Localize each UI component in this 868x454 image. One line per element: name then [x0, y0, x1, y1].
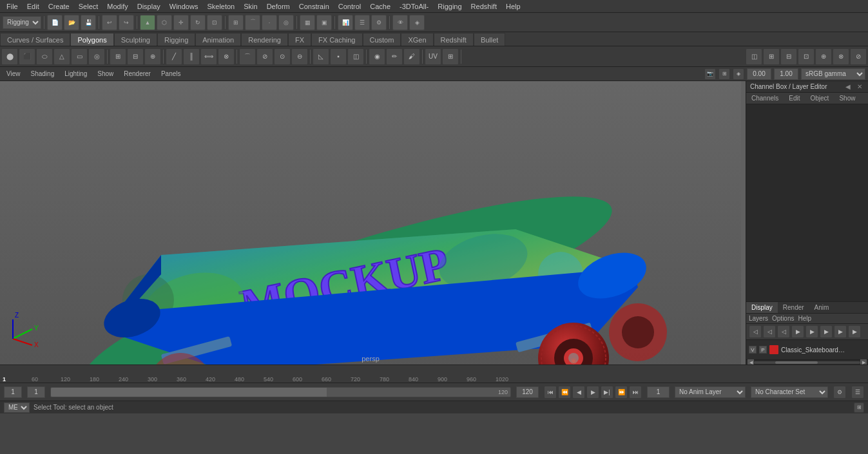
select-menu-btn[interactable]: ◫ [746, 48, 762, 65]
snap-grid-btn[interactable]: ⊞ [228, 15, 244, 30]
menu-item-display[interactable]: Display [133, 2, 164, 11]
go-end-btn[interactable]: ⏭ [629, 386, 642, 399]
le-tab-anim[interactable]: Anim [809, 302, 834, 313]
attr2-btn[interactable]: ⊗ [833, 48, 849, 65]
uvs-btn[interactable]: UV [425, 48, 441, 65]
view-menu-show[interactable]: Show [93, 70, 117, 78]
tick-120[interactable]: 120 [61, 376, 90, 383]
le-tab-render[interactable]: Render [778, 302, 809, 313]
move-sel-btn[interactable]: ⊞ [763, 48, 780, 65]
frame-end-input[interactable] [516, 386, 539, 398]
tick-1020[interactable]: 1020 [496, 376, 525, 383]
merge-btn[interactable]: ⊕ [144, 48, 161, 65]
uv-layout-btn[interactable]: ⊞ [442, 48, 459, 65]
uv2-btn[interactable]: ⊡ [798, 48, 815, 65]
snap-surface-btn[interactable]: ◎ [278, 15, 294, 30]
attr-btn[interactable]: ⚙ [371, 15, 387, 30]
tick-960[interactable]: 960 [467, 376, 496, 383]
outliner-btn[interactable]: ☰ [354, 15, 370, 30]
tick-840[interactable]: 840 [409, 376, 438, 383]
menu-item-3dtoall[interactable]: -3DToAll- [396, 2, 432, 11]
settings-btn[interactable]: ⚙ [833, 386, 846, 399]
menu-item-help[interactable]: Help [502, 2, 525, 11]
tab-rendering[interactable]: Rendering [241, 33, 288, 46]
layer-btn-8[interactable]: ▶ [848, 325, 861, 338]
ipr-btn[interactable]: ▣ [316, 15, 332, 30]
view-menu-renderer[interactable]: Renderer [120, 70, 155, 78]
poly-cone-btn[interactable]: △ [53, 48, 70, 65]
tick-600[interactable]: 600 [293, 376, 322, 383]
anim-layer-dropdown[interactable]: No Anim Layer [675, 386, 746, 398]
menu-item-create[interactable]: Create [44, 2, 73, 11]
value-field-2[interactable] [774, 68, 798, 80]
menu-item-redshift[interactable]: Redshift [467, 2, 501, 11]
camera-icon[interactable]: 📷 [704, 68, 716, 80]
split-poly-btn[interactable]: ╱ [166, 48, 182, 65]
translate-btn[interactable]: ✛ [173, 15, 189, 30]
close-panel-btn[interactable]: ✕ [855, 83, 864, 90]
tick-780[interactable]: 780 [380, 376, 409, 383]
play-btn[interactable]: ▶ [586, 386, 599, 399]
paint2-btn[interactable]: ⊕ [815, 48, 832, 65]
tick-540[interactable]: 540 [264, 376, 293, 383]
tab-redshift[interactable]: Redshift [434, 33, 474, 46]
menu-item-windows[interactable]: Windows [166, 2, 202, 11]
tick-360[interactable]: 360 [177, 376, 206, 383]
layer-scrollbar[interactable]: ◀ ▶ [746, 359, 868, 364]
new-layer-btn[interactable]: ◁ [749, 325, 762, 338]
color-space-dropdown[interactable]: sRGB gamma [801, 68, 865, 80]
command-type-dropdown[interactable]: MEL [4, 402, 30, 413]
lasso-tool-btn[interactable]: ⬡ [157, 15, 172, 30]
tab-bullet[interactable]: Bullet [474, 33, 506, 46]
render-btn[interactable]: ▦ [300, 15, 315, 30]
poly-cylinder-btn[interactable]: ⬭ [36, 48, 53, 65]
connect-btn[interactable]: ⊗ [218, 48, 235, 65]
next-key-btn[interactable]: ⏩ [615, 386, 628, 399]
tab-fx-caching[interactable]: FX Caching [311, 33, 362, 46]
tab-polygons[interactable]: Polygons [70, 33, 113, 46]
go-start-btn[interactable]: ⏮ [544, 386, 557, 399]
scroll-track[interactable] [754, 361, 860, 364]
value-field-1[interactable] [747, 68, 771, 80]
open-scene-btn[interactable]: 📂 [64, 15, 79, 30]
le-menu-options[interactable]: Options [772, 315, 794, 322]
bevel-btn[interactable]: ⌒ [239, 48, 256, 65]
menu-item-skeleton[interactable]: Skeleton [203, 2, 238, 11]
poly-sphere-btn[interactable]: ⬤ [1, 48, 18, 65]
layer-item[interactable]: V P Classic_Skateboard_Spit [749, 345, 865, 354]
bridge-btn[interactable]: ⊟ [127, 48, 144, 65]
menu-item-deform[interactable]: Deform [263, 2, 294, 11]
layer-btn-4[interactable]: ▶ [791, 325, 804, 338]
extrude-btn[interactable]: ⊞ [110, 48, 126, 65]
menu-item-constrain[interactable]: Constrain [295, 2, 333, 11]
tick-480[interactable]: 480 [235, 376, 264, 383]
triangulate-btn[interactable]: ◺ [313, 48, 329, 65]
le-tab-display[interactable]: Display [746, 302, 778, 313]
tick-900[interactable]: 900 [438, 376, 467, 383]
workspace-dropdown[interactable]: Rigging [3, 16, 41, 29]
layer-btn-5[interactable]: ▶ [805, 325, 818, 338]
viewport[interactable]: MOCKUP [0, 81, 746, 364]
tab-curves-surfaces[interactable]: Curves / Surfaces [0, 33, 70, 46]
boolean-btn[interactable]: ⊘ [256, 48, 273, 65]
sculpt-btn[interactable]: ✏ [386, 48, 403, 65]
scale-btn[interactable]: ⊡ [207, 15, 222, 30]
layer-btn-6[interactable]: ▶ [820, 325, 833, 338]
tab-fx[interactable]: FX [288, 33, 311, 46]
view-menu-lighting[interactable]: Lighting [61, 70, 91, 78]
le-menu-layers[interactable]: Layers [749, 315, 768, 322]
poly-plane-btn[interactable]: ▭ [71, 48, 88, 65]
menu-item-edit[interactable]: Edit [23, 2, 43, 11]
le-menu-help[interactable]: Help [798, 315, 811, 322]
tab-custom[interactable]: Custom [363, 33, 401, 46]
current-frame-input[interactable] [27, 386, 45, 398]
tick-720[interactable]: 720 [351, 376, 380, 383]
menu-item-modify[interactable]: Modify [103, 2, 131, 11]
frame-number-display[interactable] [647, 386, 670, 398]
poly-cube-btn[interactable]: ⬛ [19, 48, 35, 65]
tab-rigging[interactable]: Rigging [157, 33, 195, 46]
deform2-btn[interactable]: ⊟ [780, 48, 797, 65]
tick-420[interactable]: 420 [206, 376, 235, 383]
wireframe-icon[interactable]: ◈ [733, 68, 744, 80]
menu-item-cache[interactable]: Cache [366, 2, 394, 11]
